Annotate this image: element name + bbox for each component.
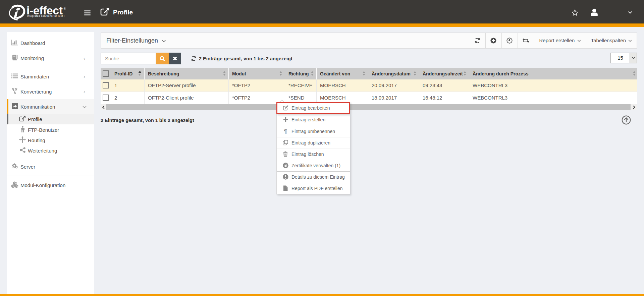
svg-text:integrated solutions for IBM i: integrated solutions for IBM i	[27, 14, 65, 17]
svg-text:®: ®	[64, 7, 66, 10]
